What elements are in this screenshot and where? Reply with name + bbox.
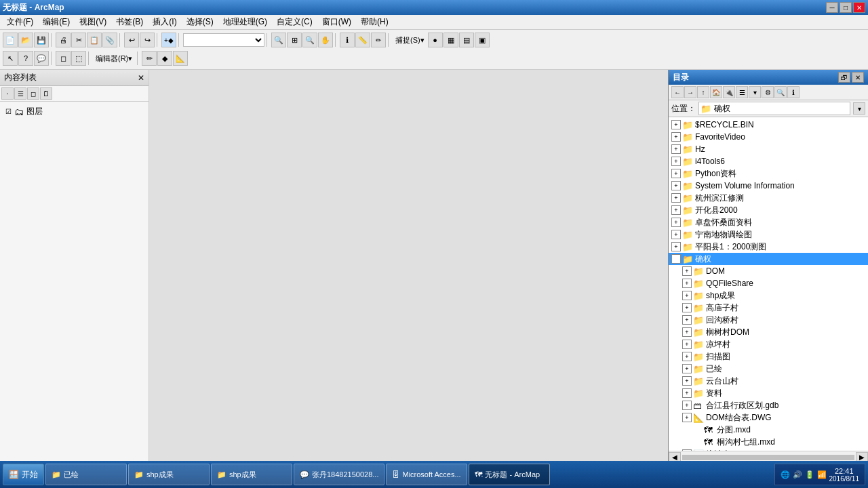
tb-snap2[interactable]: ▦ [443, 33, 458, 47]
tree-item-i4tools6[interactable]: +📁i4Tools6 [669, 155, 868, 167]
tb-zoom-out[interactable]: 🔍 [302, 33, 317, 47]
tb-zoom-in[interactable]: 🔍 [271, 33, 286, 47]
tb-copy[interactable]: 📋 [87, 33, 102, 47]
cat-opts[interactable]: ⚙ [762, 86, 774, 98]
cat-info[interactable]: ℹ [787, 86, 800, 98]
layer-expand[interactable]: ☑ [5, 108, 12, 115]
tree-expand-pingyang[interactable]: + [671, 242, 681, 251]
tree-item-liangping[interactable]: +📁凉坪村 [669, 338, 868, 350]
menu-file[interactable]: 文件(F) [3, 15, 37, 29]
layer-item[interactable]: ☑ 🗂 图层 [3, 104, 146, 119]
tree-expand-hangzhou[interactable]: + [671, 193, 681, 203]
tb-node[interactable]: ◆ [157, 51, 172, 66]
tree-item-quequan[interactable]: −📁确权 [669, 253, 868, 265]
tree-item-dom[interactable]: +📁DOM [669, 265, 868, 277]
tb-snap3[interactable]: ▤ [459, 33, 474, 47]
tb-select[interactable]: ◻ [56, 51, 71, 66]
tree-expand-gaomiaozi[interactable]: + [682, 303, 692, 312]
tb-identify[interactable]: ℹ [340, 33, 355, 47]
tree-expand-tonggoujt[interactable] [693, 437, 703, 447]
taskbar-btn-yihua[interactable]: 📁 已绘 [45, 464, 127, 485]
tree-expand-domhebiao[interactable]: + [682, 413, 692, 422]
tree-item-yuntaishan[interactable]: +📁云台山村 [669, 375, 868, 387]
tb-editor[interactable]: ✏ [371, 33, 386, 47]
tree-item-hejiangxian[interactable]: +🗃合江县行政区划.gdb [669, 399, 868, 411]
taskbar-btn-qq[interactable]: 💬 张丹18482150028... [294, 464, 384, 485]
tb-open[interactable]: 📂 [18, 33, 33, 47]
tree-item-yitu[interactable]: +📁已绘 [669, 363, 868, 375]
start-button[interactable]: 🪟 开始 [3, 464, 44, 485]
menu-window[interactable]: 窗口(W) [318, 15, 355, 29]
tree-expand-shpchenggu[interactable]: + [682, 291, 692, 300]
lp-tb1[interactable]: ⬝ [1, 87, 14, 100]
cat-list[interactable]: ☰ [736, 86, 748, 98]
tree-expand-hejiangxian[interactable]: + [682, 401, 692, 410]
tree-expand-lvshu[interactable]: + [682, 327, 692, 337]
maximize-button[interactable]: □ [840, 2, 852, 13]
tree-expand-yunan[interactable]: + [671, 230, 681, 239]
tree-expand-ziliao[interactable]: + [682, 388, 692, 398]
tree-expand-yitu[interactable]: + [682, 364, 692, 373]
tb-measure[interactable]: 📏 [355, 33, 370, 47]
tree-expand-zhuopan[interactable]: + [671, 218, 681, 227]
tree-expand-recycle[interactable]: + [671, 120, 681, 129]
taskbar-btn-access[interactable]: 🗄 Microsoft Acces... [386, 464, 467, 485]
tb-snap4[interactable]: ▣ [475, 33, 490, 47]
tree-item-hangzhou[interactable]: +📁杭州滨江修测 [669, 192, 868, 204]
tree-item-sysvolinfo[interactable]: +📁System Volume Information [669, 180, 868, 192]
menu-insert[interactable]: 插入(I) [149, 15, 180, 29]
taskbar-btn-shp2[interactable]: 📁 shp成果 [211, 464, 292, 485]
tree-item-gaomiaozi[interactable]: +📁高庙子村 [669, 302, 868, 314]
tree-expand-favvideo[interactable]: + [671, 132, 681, 142]
tree-item-recycle[interactable]: +📁$RECYCLE.BIN [669, 119, 868, 131]
cat-connect[interactable]: 🔌 [723, 86, 735, 98]
tree-item-zhuopan[interactable]: +📁卓盘怀桑面资料 [669, 216, 868, 228]
tree-expand-fentu[interactable] [693, 425, 703, 434]
close-button[interactable]: ✕ [853, 2, 865, 13]
tree-item-kaihua[interactable]: +📁开化县2000 [669, 204, 868, 216]
tb-save[interactable]: 💾 [34, 33, 49, 47]
cat-home[interactable]: 🏠 [710, 86, 722, 98]
menu-help[interactable]: 帮助(H) [357, 15, 393, 29]
tb-zoom-full[interactable]: ⊞ [287, 33, 302, 47]
tb-snap1[interactable]: ● [428, 33, 443, 47]
tb-arrow[interactable]: ↖ [3, 51, 18, 66]
tree-item-ziliao[interactable]: +📁资料 [669, 387, 868, 399]
tree-item-lvshu[interactable]: +📁榈树村DOM [669, 326, 868, 338]
tree-item-huiqiao[interactable]: +📁回沟桥村 [669, 314, 868, 326]
tb-cut[interactable]: ✂ [71, 33, 86, 47]
catalog-close[interactable]: ✕ [852, 72, 864, 83]
lp-tb2[interactable]: ☰ [14, 87, 26, 100]
menu-bookmark[interactable]: 书签(B) [112, 15, 147, 29]
tree-item-yunan[interactable]: +📁宁南地物调绘图 [669, 228, 868, 241]
tree-item-shpchenggu[interactable]: +📁shp成果 [669, 289, 868, 302]
menu-select[interactable]: 选择(S) [182, 15, 218, 29]
tree-item-pingyang[interactable]: +📁平阳县1：2000测图 [669, 241, 868, 253]
tree-expand-huiqiao[interactable]: + [682, 315, 692, 325]
taskbar-btn-arcmap[interactable]: 🗺 无标题 - ArcMap [469, 464, 550, 485]
tree-expand-hz[interactable]: + [671, 144, 681, 154]
tree-expand-i4tools6[interactable]: + [671, 157, 681, 166]
left-panel-close[interactable]: ✕ [138, 73, 144, 83]
tree-item-fentu[interactable]: 🗺分图.mxd [669, 424, 868, 436]
tree-item-python[interactable]: +📁Python资料 [669, 167, 868, 180]
menu-geoprocessing[interactable]: 地理处理(G) [219, 15, 271, 29]
tree-expand-qqfileshare[interactable]: + [682, 279, 692, 288]
menu-edit[interactable]: 编辑(E) [39, 15, 74, 29]
cat-back[interactable]: ← [671, 86, 684, 98]
cat-search[interactable]: 🔍 [774, 86, 787, 98]
lp-tb3[interactable]: ◻ [27, 87, 39, 100]
tree-item-tonggoujt[interactable]: 🗺桐沟村七组.mxd [669, 436, 868, 448]
tb-add-data[interactable]: +◆ [161, 33, 176, 47]
tb-sel2[interactable]: ⬚ [71, 51, 86, 66]
tb-redo[interactable]: ↪ [140, 33, 155, 47]
tb-new[interactable]: 📄 [3, 33, 18, 47]
minimize-button[interactable]: ─ [826, 2, 838, 13]
tree-expand-quequan[interactable]: − [671, 254, 681, 264]
tb-print[interactable]: 🖨 [56, 33, 71, 47]
cat-list2[interactable]: ▾ [749, 86, 761, 98]
tb-edit2[interactable]: ✏ [142, 51, 157, 66]
tree-item-saomiao[interactable]: +📁扫描图 [669, 350, 868, 363]
tree-item-qqfileshare[interactable]: +📁QQFileShare [669, 277, 868, 289]
map-canvas[interactable] [149, 70, 668, 463]
